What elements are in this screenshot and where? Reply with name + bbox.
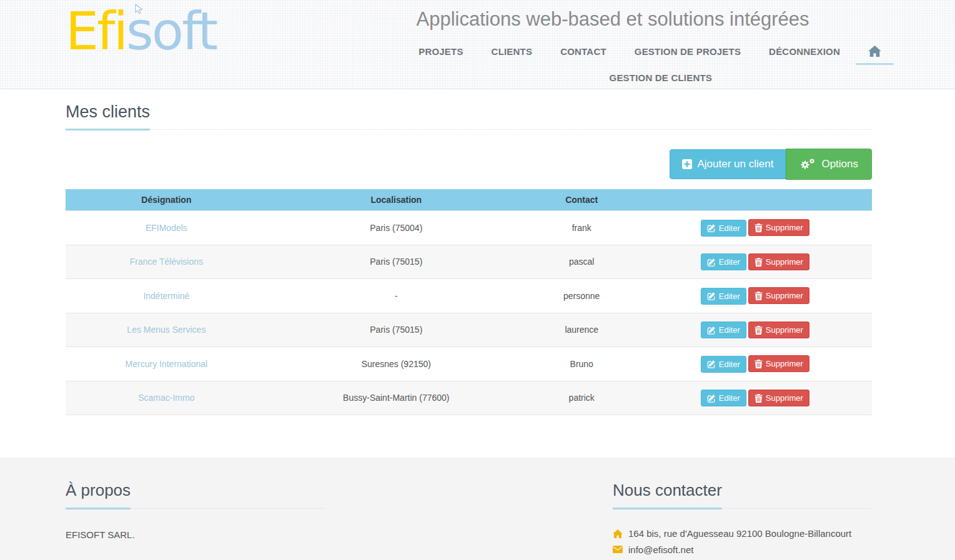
column-header-localisation: Localisation <box>267 189 525 211</box>
site-tagline: Applications web-based et solutions inté… <box>216 8 881 31</box>
column-header-actions <box>638 189 872 211</box>
footer-contact-column: Nous contacter 164 bis, rue d'Aguesseau … <box>613 481 872 560</box>
contact-phone-text: 01 80 87 53 70 <box>628 558 690 560</box>
edit-button[interactable]: Editer <box>701 288 746 305</box>
delete-button[interactable]: Supprimer <box>748 355 809 372</box>
table-row: Scamac-Immo Bussy-Saint-Martin (77600) p… <box>66 381 872 415</box>
client-localisation: Paris (75015) <box>370 325 422 335</box>
trash-icon <box>755 291 763 300</box>
delete-button-label: Supprimer <box>766 257 803 267</box>
home-icon <box>868 46 881 57</box>
client-contact: Bruno <box>570 359 593 369</box>
delete-button-label: Supprimer <box>766 291 803 300</box>
delete-button[interactable]: Supprimer <box>748 253 809 270</box>
nav-item-clients[interactable]: CLIENTS <box>492 46 533 57</box>
options-button[interactable]: Options <box>786 149 872 180</box>
site-footer: À propos EFISOFT SARL. Nous contacter 16… <box>0 458 955 560</box>
options-button-label: Options <box>821 158 858 170</box>
contact-address-text: 164 bis, rue d'Aguesseau 92100 Boulogne-… <box>628 526 851 542</box>
add-client-button-label: Ajouter un client <box>698 158 774 170</box>
edit-icon <box>707 224 716 232</box>
contact-phone-item: 01 80 87 53 70 <box>613 558 872 560</box>
footer-about-column: À propos EFISOFT SARL. <box>66 481 325 560</box>
toolbar: Ajouter un client <box>66 149 872 180</box>
edit-button[interactable]: Editer <box>701 356 746 373</box>
main-content: Mes clients Ajouter un client <box>0 102 955 415</box>
edit-button-label: Editer <box>719 325 740 335</box>
edit-button-label: Editer <box>719 224 740 233</box>
add-client-button[interactable]: Ajouter un client <box>670 149 786 179</box>
edit-icon <box>707 394 716 403</box>
delete-button-label: Supprimer <box>766 393 803 403</box>
delete-button-label: Supprimer <box>766 325 803 335</box>
client-contact: pascal <box>569 257 594 267</box>
table-row: EFIModels Paris (75004) frank Editer Sup… <box>66 211 872 245</box>
nav-item-gestion-de-projets[interactable]: GESTION DE PROJETS <box>635 46 741 57</box>
client-designation-link[interactable]: Scamac-Immo <box>138 393 194 403</box>
edit-button[interactable]: Editer <box>701 220 746 237</box>
client-localisation: Paris (75015) <box>370 257 422 267</box>
contact-list: 164 bis, rue d'Aguesseau 92100 Boulogne-… <box>613 526 872 560</box>
delete-button[interactable]: Supprimer <box>748 219 809 236</box>
trash-icon <box>755 393 763 403</box>
logo-text-efi: Efi <box>66 1 126 62</box>
nav-item-projets[interactable]: PROJETS <box>418 46 463 57</box>
about-text: EFISOFT SARL. <box>66 529 325 540</box>
cogs-icon <box>799 158 816 170</box>
client-designation-link[interactable]: Les Menus Services <box>127 325 205 335</box>
clients-table-body: EFIModels Paris (75004) frank Editer Sup… <box>66 211 872 415</box>
logo-link[interactable]: Efisoft <box>66 1 216 89</box>
delete-button-label: Supprimer <box>766 359 803 368</box>
client-contact: patrick <box>569 393 595 403</box>
nav-item-contact[interactable]: CONTACT <box>560 46 606 57</box>
client-designation-link[interactable]: Indéterminé <box>143 291 189 301</box>
edit-icon <box>707 360 716 368</box>
about-title: À propos <box>66 481 131 500</box>
table-row: Les Menus Services Paris (75015) laurenc… <box>66 313 872 347</box>
table-row: Mercury International Suresnes (92150) B… <box>66 347 872 381</box>
contact-email-text: info@efisoft.net <box>628 542 693 558</box>
client-contact: personne <box>563 291 600 301</box>
page-title-wrap: Mes clients <box>66 102 872 130</box>
client-contact: frank <box>572 223 591 233</box>
edit-button[interactable]: Editer <box>701 322 746 338</box>
client-localisation: Paris (75004) <box>370 223 422 233</box>
plus-square-icon <box>682 159 692 169</box>
nav-home-link[interactable] <box>868 46 881 57</box>
table-row: Indéterminé - personne Editer Supprimer <box>66 279 872 313</box>
main-nav: PROJETS CLIENTS CONTACT GESTION DE PROJE… <box>216 31 881 83</box>
delete-button[interactable]: Supprimer <box>748 390 809 406</box>
client-designation-link[interactable]: Mercury International <box>126 359 208 369</box>
edit-button-label: Editer <box>719 292 740 301</box>
site-header: Efisoft Applications web-based et soluti… <box>0 0 955 89</box>
delete-button[interactable]: Supprimer <box>748 287 809 304</box>
edit-icon <box>707 258 716 267</box>
edit-button-label: Editer <box>719 393 740 403</box>
envelope-icon <box>613 546 623 553</box>
nav-item-deconnexion[interactable]: DÉCONNEXION <box>769 46 840 57</box>
contact-address-item: 164 bis, rue d'Aguesseau 92100 Boulogne-… <box>613 526 872 542</box>
delete-button-label: Supprimer <box>766 223 803 232</box>
trash-icon <box>755 359 763 368</box>
client-designation-link[interactable]: EFIModels <box>146 223 187 233</box>
home-icon <box>613 529 623 538</box>
edit-icon <box>707 292 716 300</box>
trash-icon <box>755 223 763 232</box>
client-designation-link[interactable]: France Télévisions <box>130 257 203 267</box>
edit-button[interactable]: Editer <box>701 390 746 406</box>
client-contact: laurence <box>565 325 598 335</box>
table-header-row: Désignation Localisation Contact <box>66 189 872 211</box>
page-title: Mes clients <box>66 102 150 122</box>
delete-button[interactable]: Supprimer <box>748 322 809 338</box>
contact-email-item: info@efisoft.net <box>613 542 872 558</box>
edit-button[interactable]: Editer <box>701 253 746 270</box>
mouse-cursor-icon <box>135 4 144 14</box>
client-localisation: Bussy-Saint-Martin (77600) <box>343 393 449 403</box>
column-header-contact: Contact <box>525 189 638 211</box>
client-localisation: - <box>395 291 398 301</box>
nav-item-gestion-de-clients[interactable]: GESTION DE CLIENTS <box>610 72 712 83</box>
contact-title: Nous contacter <box>613 481 722 500</box>
client-localisation: Suresnes (92150) <box>362 359 431 369</box>
column-header-designation: Désignation <box>66 189 267 211</box>
edit-icon <box>707 326 716 335</box>
